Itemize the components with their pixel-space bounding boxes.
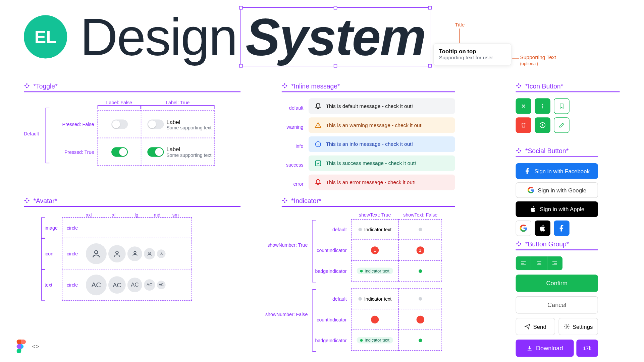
section-title: *Indicator* — [291, 197, 321, 204]
apple-icon — [539, 224, 546, 232]
row-badge: badgeIndicator — [282, 268, 351, 274]
gear-icon — [564, 323, 570, 329]
row-icon: icon — [45, 251, 62, 256]
inline-msg-success: This is success message - check it out! — [309, 156, 455, 171]
trash-icon — [521, 122, 527, 128]
bookmark-icon — [558, 103, 565, 109]
component-icon — [24, 83, 30, 89]
code-icon: <> — [32, 343, 39, 350]
size-xxl: xxl — [76, 212, 102, 218]
col-showtext-false: showText: False — [399, 212, 442, 218]
title-word-1: Design — [80, 11, 237, 63]
indicator-dot — [418, 228, 422, 231]
apple-icon-button[interactable] — [535, 221, 550, 236]
size-lg: lg — [126, 212, 148, 218]
align-left-icon — [520, 260, 526, 266]
sign-in-apple-button[interactable]: Sign in with Apple — [516, 201, 598, 217]
svg-point-2 — [134, 251, 136, 253]
indicator-dot — [418, 297, 422, 300]
group-shownumber-false: showNumber: False — [264, 312, 308, 317]
page-header: EL Design System — [24, 11, 425, 63]
size-md: md — [147, 212, 167, 218]
row-count: countIndicator — [282, 248, 351, 253]
send-icon — [525, 323, 531, 329]
svg-point-3 — [149, 252, 150, 253]
confirm-button[interactable]: Confirm — [516, 275, 598, 292]
google-icon — [520, 224, 527, 232]
section-avatar: *Avatar* xxl xl lg md sm image circle ic… — [24, 197, 240, 301]
align-right-button[interactable] — [547, 256, 562, 270]
avatar-icon-xxl — [86, 243, 107, 264]
section-inline-message: *Inline message* default This is default… — [282, 82, 455, 193]
cancel-button[interactable]: Cancel — [516, 296, 598, 314]
facebook-icon — [524, 168, 531, 175]
toggle-label: Label — [166, 118, 211, 125]
svg-point-0 — [95, 250, 98, 253]
align-center-button[interactable] — [531, 256, 547, 270]
row-text: text — [45, 282, 62, 288]
section-title: *Button Group* — [525, 240, 569, 248]
tooltip-title: Tooltip on top — [439, 48, 506, 54]
close-button[interactable] — [516, 98, 531, 114]
section-social-button: *Social Button* Sign in with Facebook Si… — [516, 147, 598, 236]
section-title: *Inline message* — [291, 82, 340, 89]
component-icon — [282, 198, 288, 204]
avatar-icon-sm — [157, 249, 166, 258]
toggle-supporting: Some supporting text — [166, 153, 211, 158]
google-icon — [527, 187, 534, 194]
avatar-text-lg: AC — [127, 278, 142, 292]
avatar-text-xxl: AC — [86, 274, 107, 295]
indicator-text: Indicator text — [364, 296, 391, 302]
toggle-on[interactable] — [111, 147, 127, 157]
toggle-off-labeled[interactable] — [147, 120, 164, 129]
indicator-text: Indicator text — [364, 227, 391, 232]
facebook-icon-button[interactable] — [554, 221, 570, 236]
arrow-right-circle-icon — [539, 122, 546, 129]
col-label-false: Label: False — [98, 100, 141, 105]
selection-outline — [240, 7, 430, 66]
more-button[interactable] — [535, 98, 550, 114]
align-segment — [516, 256, 562, 270]
size-xl: xl — [102, 212, 126, 218]
download-button[interactable]: Download — [516, 340, 574, 357]
section-title: *Toggle* — [33, 82, 57, 89]
title-word-2-selected[interactable]: System — [246, 11, 425, 63]
toggle-on-labeled[interactable] — [147, 147, 164, 157]
component-icon — [24, 198, 30, 204]
msg-label-info: info — [282, 143, 304, 149]
msg-label-default: default — [282, 105, 304, 111]
annotation-title-label: Title — [455, 22, 465, 28]
sign-in-facebook-button[interactable]: Sign in with Facebook — [516, 163, 598, 179]
tooltip-card: Tooltip on top Supporting text for user — [433, 43, 512, 65]
inline-msg-default: This is default message - check it out! — [309, 98, 455, 114]
bell-icon — [315, 103, 322, 110]
tooltip-supporting: Supporting text for user — [439, 55, 506, 61]
avatar-icon-lg — [127, 246, 142, 261]
delete-button[interactable] — [516, 117, 531, 133]
svg-point-9 — [542, 107, 543, 108]
row-label-pressed-true: Pressed: True — [24, 138, 98, 166]
send-button[interactable]: Send — [516, 318, 555, 335]
settings-button[interactable]: Settings — [558, 318, 598, 335]
group-shownumber-true: showNumber: True — [264, 243, 308, 248]
annotation-supporting-label: Supporting Text(optional) — [520, 54, 563, 66]
section-button-group: *Button Group* Confirm Cancel Send Setti… — [516, 240, 598, 357]
next-button[interactable] — [535, 117, 550, 133]
msg-label-success: success — [282, 163, 304, 168]
section-indicator: *Indicator* showText: True showText: Fal… — [282, 197, 455, 351]
col-showtext-true: showText: True — [351, 212, 399, 218]
info-icon — [315, 141, 322, 148]
toggle-off[interactable] — [111, 120, 127, 129]
align-center-icon — [536, 260, 542, 266]
bookmark-button[interactable] — [554, 98, 570, 114]
section-icon-button: *Icon Button* — [516, 82, 620, 133]
figma-logo-icon — [16, 340, 26, 353]
align-left-button[interactable] — [516, 256, 531, 270]
edit-button[interactable] — [554, 117, 570, 133]
download-icon — [527, 345, 533, 351]
msg-label-error: error — [282, 181, 304, 187]
google-icon-button[interactable] — [516, 221, 531, 236]
download-count[interactable]: 17k — [576, 340, 598, 357]
shape-label: circle — [67, 251, 84, 256]
sign-in-google-button[interactable]: Sign in with Google — [516, 182, 598, 198]
